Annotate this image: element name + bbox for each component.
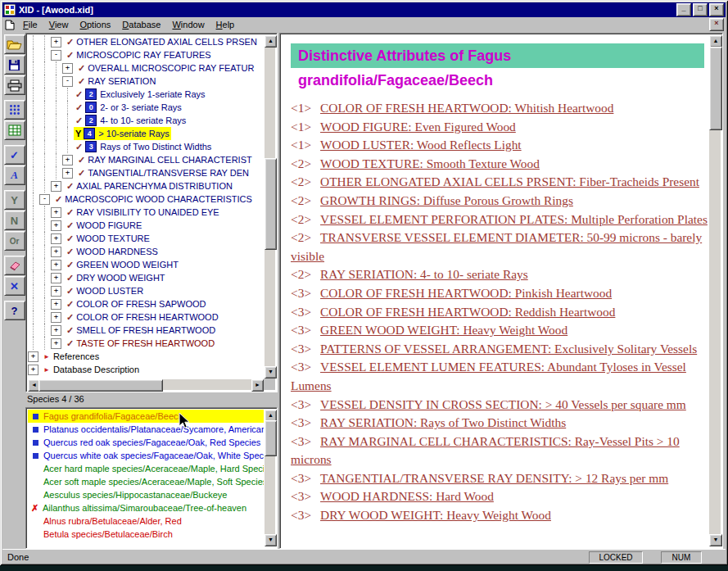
attribute-link[interactable]: WOOD TEXTURE: Smooth Texture Wood (320, 156, 540, 170)
scroll-up-button[interactable]: ▲ (709, 35, 722, 48)
attribute-link[interactable]: VESSEL ELEMENT PERFORATION PLATES: Multi… (320, 212, 708, 226)
expand-button[interactable]: + (51, 338, 61, 349)
matrix-button[interactable] (4, 100, 25, 120)
attribute-link[interactable]: COLOR OF FRESH HEARTWOOD: Pinkish Heartw… (320, 286, 612, 300)
tree-node[interactable]: ►References (42, 350, 101, 363)
species-item[interactable]: Acer hard maple species/Aceraceae/Maple,… (28, 462, 264, 475)
menu-help[interactable]: Help (210, 18, 241, 31)
species-item[interactable]: Quercus white oak species/Fagaceae/Oak, … (28, 449, 264, 462)
collapse-button[interactable]: - (51, 50, 61, 61)
tree-node[interactable]: ✓AXIAL PARENCHYMA DISTRIBUTION (65, 179, 234, 193)
annotate-button[interactable]: A (4, 165, 25, 185)
collapse-button[interactable]: - (39, 194, 50, 205)
scroll-thumb[interactable] (265, 420, 277, 456)
close-button[interactable]: × (709, 3, 724, 16)
scroll-up-button[interactable]: ▲ (265, 35, 277, 48)
tree-node[interactable]: ✓OVERALL MICROSCOPIC RAY FEATUR (76, 61, 255, 75)
expand-button[interactable]: + (51, 207, 61, 218)
scroll-down-button[interactable]: ▼ (709, 534, 722, 546)
expand-button[interactable]: + (28, 351, 38, 362)
clear-button[interactable]: ✕ (4, 276, 25, 296)
scroll-right-button[interactable]: ► (251, 379, 264, 392)
tree-node[interactable]: ✓3Rays of Two Distinct Widths (74, 140, 213, 153)
expand-button[interactable]: + (51, 260, 61, 270)
scroll-down-button[interactable]: ▼ (265, 534, 277, 546)
tree-node[interactable]: ✓COLOR OF FRESH SAPWOOD (65, 297, 208, 310)
open-button[interactable] (4, 34, 25, 54)
menu-view[interactable]: View (43, 18, 75, 31)
expand-button[interactable]: + (51, 220, 61, 231)
expand-button[interactable]: + (51, 273, 61, 283)
attribute-link[interactable]: COLOR OF FRESH HEARTWOOD: Reddish Heartw… (320, 305, 615, 319)
attribute-link[interactable]: RAY SERIATION: 4- to 10- seriate Rays (320, 267, 528, 281)
species-item[interactable]: Acer soft maple species/Aceraceae/Maple,… (28, 475, 264, 488)
or-button[interactable]: Or (4, 231, 25, 251)
expand-button[interactable]: + (51, 286, 61, 297)
document-icon[interactable] (5, 20, 16, 30)
tree-node[interactable]: ✓RAY SERIATION (76, 75, 157, 88)
expand-button[interactable]: + (62, 155, 73, 165)
expand-button[interactable]: + (51, 299, 61, 310)
attribute-link[interactable]: COLOR OF FRESH HEARTWOOD: Whitish Heartw… (320, 101, 613, 115)
scroll-thumb[interactable] (709, 47, 722, 130)
tree-node[interactable]: ✓OTHER ELONGATED AXIAL CELLS PRSEN (65, 35, 259, 48)
expand-button[interactable]: + (51, 181, 61, 192)
tree-node[interactable]: ►Database Description (42, 363, 141, 376)
minimize-button[interactable]: _ (676, 3, 691, 16)
species-item[interactable]: Alnus rubra/Betulaceae/Alder, Red (28, 514, 264, 528)
tree-node[interactable]: ✓DRY WOOD WEIGHT (65, 271, 167, 284)
print-button[interactable] (4, 75, 25, 95)
spreadsheet-button[interactable] (4, 120, 25, 140)
scroll-thumb[interactable] (38, 379, 163, 392)
tree-node[interactable]: ✓MICROSCOPIC RAY FEATURES (65, 48, 213, 61)
expand-button[interactable]: + (62, 168, 73, 179)
tree-node[interactable]: ✓24- to 10- seriate Rays (74, 114, 188, 127)
check-button[interactable]: ✓ (4, 145, 25, 165)
save-button[interactable] (4, 55, 25, 75)
expand-button[interactable]: + (51, 37, 61, 48)
attribute-link[interactable]: GROWTH RINGS: Diffuse Porous Growth Ring… (320, 193, 573, 207)
expand-button[interactable]: + (28, 365, 38, 375)
erase-button[interactable] (4, 256, 25, 275)
attribute-link[interactable]: VESSEL DENSITY IN CROSS SECTION: > 40 Ve… (320, 397, 686, 411)
species-item[interactable]: Platanus occidentalis/Platanaceae/Sycamo… (28, 423, 264, 436)
help-button[interactable]: ? (4, 301, 25, 320)
species-item[interactable]: Betula species/Betulaceae/Birch (28, 528, 264, 541)
collapse-button[interactable]: - (62, 76, 73, 87)
expand-button[interactable]: + (51, 325, 61, 336)
tree-node[interactable]: ✓MACROSCOPIC WOOD CHARACTERISTICS (53, 193, 254, 206)
child-close-button[interactable]: × (709, 18, 724, 31)
tree-node[interactable]: ✓2Exclusively 1-seriate Rays (74, 88, 207, 101)
tree-node[interactable]: ✓COLOR OF FRESH HEARTWOOD (65, 310, 220, 324)
maximize-button[interactable]: □ (693, 3, 708, 16)
expand-button[interactable]: + (51, 247, 61, 257)
species-item[interactable]: Aesculus species/Hippocastanaceae/Buckey… (28, 488, 264, 501)
tree-node[interactable]: ✓WOOD FIGURE (65, 219, 143, 232)
tree-node[interactable]: ✓02- or 3- seriate Rays (74, 101, 183, 114)
expand-button[interactable]: + (51, 312, 61, 323)
expand-button[interactable]: + (62, 63, 73, 74)
menu-window[interactable]: Window (166, 18, 210, 31)
scroll-down-button[interactable]: ▼ (265, 366, 277, 378)
attribute-link[interactable]: GREEN WOOD WEIGHT: Heavy Weight Wood (320, 323, 567, 337)
tree-node[interactable]: ✓WOOD TEXTURE (65, 232, 151, 245)
attribute-link[interactable]: WOOD LUSTER: Wood Reflects Light (320, 138, 522, 152)
scroll-thumb[interactable] (265, 158, 277, 250)
tree-node[interactable]: Y4> 10-seriate Rays (74, 127, 171, 140)
tree-node[interactable]: ✓RAY VISIBILITY TO UNAIDED EYE (65, 206, 221, 219)
attribute-link[interactable]: VESSEL ELEMENT LUMEN FEATURES: Abundant … (291, 360, 686, 392)
species-item[interactable]: Quercus red oak species/Fagaceae/Oak, Re… (28, 436, 264, 449)
menu-file[interactable]: File (17, 18, 43, 31)
yes-button[interactable]: Y (4, 190, 25, 210)
attribute-link[interactable]: PATTERNS OF VESSEL ARRANGEMENT: Exclusiv… (320, 342, 697, 356)
attribute-link[interactable]: DRY WOOD WEIGHT: Heavy Weight Wood (320, 508, 551, 522)
tree-node[interactable]: ✓GREEN WOOD WEIGHT (65, 258, 180, 271)
tree-node[interactable]: ✓SMELL OF FRESH HEARTWOOD (65, 324, 217, 337)
species-item[interactable]: Fagus grandifolia/Fagaceae/Beech (28, 410, 264, 423)
attribute-link[interactable]: OTHER ELONGATED AXIAL CELLS PRSENT: Fibe… (320, 174, 699, 188)
attribute-link[interactable]: RAY SERIATION: Rays of Two Distinct Widt… (320, 415, 566, 429)
attribute-link[interactable]: TANGENTIAL/TRANSVERSE RAY DENSITY: > 12 … (320, 471, 668, 485)
tree-node[interactable]: ✓TANGENTIAL/TRANSVERSE RAY DEN (76, 166, 251, 179)
tree-node[interactable]: ✓TASTE OF FRESH HEARTWOOD (65, 337, 216, 350)
tree-node[interactable]: ✓WOOD HARDNESS (65, 245, 160, 258)
